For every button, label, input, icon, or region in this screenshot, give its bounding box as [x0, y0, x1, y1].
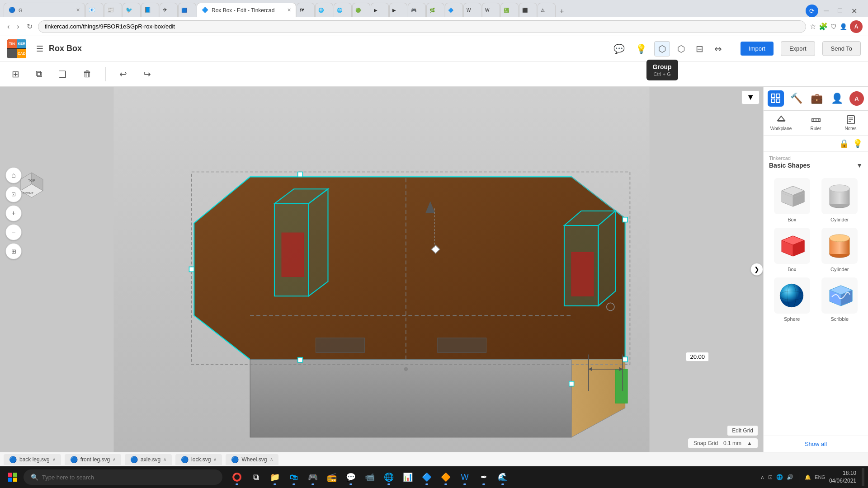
zoom-in-button[interactable]: + — [5, 205, 22, 221]
new-tool[interactable]: ⊞ — [7, 67, 24, 81]
back-button[interactable]: ‹ — [5, 21, 11, 33]
shape-sphere[interactable]: Sphere — [771, 277, 813, 322]
tray-arrow[interactable]: ∧ — [760, 474, 764, 480]
profile-sync[interactable]: ⟳ — [806, 5, 818, 17]
show-all-button[interactable]: Show all — [764, 436, 868, 452]
open-file-2[interactable]: 🔵 front leg.svg ∧ — [65, 454, 121, 465]
restore-button[interactable]: □ — [834, 5, 846, 17]
delete-tool[interactable]: 🗑 — [78, 67, 96, 81]
shape-cylinder-orange[interactable]: Cylinder — [819, 228, 861, 272]
taskbar-edge[interactable]: 🌊 — [494, 468, 512, 486]
browser-tab-cb[interactable]: 💹 — [500, 3, 519, 17]
taskbar-excel[interactable]: 📊 — [399, 468, 417, 486]
viewport[interactable]: TOP FRONT ⌂ ⊡ + − ⊞ ▼ 20.00 — [0, 87, 763, 452]
browser-tab-2[interactable]: 📧 — [85, 3, 104, 17]
taskbar-search-input[interactable] — [42, 474, 215, 481]
show-desktop-button[interactable] — [862, 468, 864, 486]
start-button[interactable] — [4, 468, 22, 486]
home-button[interactable]: ⌂ — [5, 167, 22, 183]
duplicate-tool[interactable]: ❏ — [54, 67, 71, 81]
taskbar-store[interactable]: 🛍 — [285, 468, 303, 486]
add-person-button[interactable]: 👤 — [829, 91, 845, 106]
open-file-5[interactable]: 🔵 Wheel.svg ∧ — [226, 454, 278, 465]
browser-tab-1[interactable]: 🔵 G ✕ — [4, 3, 85, 17]
browser-tab-3[interactable]: 📰 — [104, 3, 122, 17]
open-file-1[interactable]: 🔵 back leg.svg ∧ — [4, 454, 61, 465]
profile-avatar[interactable]: A — [850, 20, 863, 33]
taskbar-inkscape[interactable]: ✒ — [475, 468, 493, 486]
taskbar-app6[interactable]: 📻 — [323, 468, 341, 486]
browser-tab-w[interactable]: 🌿 — [426, 3, 444, 17]
browser-tab-11[interactable]: 🌐 — [334, 3, 352, 17]
browser-tab-active[interactable]: 🔷 Rox Box - Edit - Tinkercad ✕ — [197, 3, 296, 17]
browser-tab-5[interactable]: 📘 — [141, 3, 159, 17]
edit-grid-button[interactable]: Edit Grid — [727, 426, 758, 436]
browser-tab-6[interactable]: ✈ — [160, 3, 178, 17]
grid-button[interactable]: ⊞ — [5, 243, 22, 259]
browser-tab-chrome[interactable]: 🟢 — [352, 3, 370, 17]
tinkercad-logo[interactable]: TIN KER CAD — [7, 39, 26, 58]
browser-tab-3d[interactable]: 🔷 — [445, 3, 463, 17]
taskbar-slack[interactable]: 💬 — [342, 468, 360, 486]
open-file-3[interactable]: 🔵 axle.svg ∧ — [125, 454, 172, 465]
taskbar-blender[interactable]: 🔶 — [437, 468, 455, 486]
browser-tab-9[interactable]: 🗺 — [297, 3, 315, 17]
taskbar-steam[interactable]: 🎮 — [304, 468, 322, 486]
browser-tab-10[interactable]: 🌐 — [315, 3, 333, 17]
viewport-dropdown[interactable]: ▼ — [741, 90, 760, 104]
minimize-button[interactable]: ─ — [820, 5, 832, 17]
shape-box-gray[interactable]: Box — [771, 178, 813, 222]
browser-tab-wp2[interactable]: W — [482, 3, 500, 17]
ruler-button[interactable]: 🔨 — [788, 91, 804, 106]
taskbar-cortana[interactable]: ⭕ — [228, 468, 246, 486]
zoom-out-button[interactable]: − — [5, 224, 22, 240]
shapes-dropdown-button[interactable]: ▼ — [856, 162, 863, 169]
extensions-button[interactable]: 🧩 — [819, 22, 828, 31]
send-to-button[interactable]: Send To — [822, 41, 861, 56]
taskbar-fusion[interactable]: 🔷 — [418, 468, 436, 486]
fit-button[interactable]: ⊡ — [5, 186, 22, 202]
redo-tool[interactable]: ↪ — [139, 67, 156, 81]
workplane-tab[interactable]: Workplane — [764, 111, 798, 136]
shape-scribble[interactable]: Scribble — [819, 277, 861, 322]
tray-network[interactable]: 🌐 — [776, 474, 783, 480]
browser-tab-t[interactable]: ⚠ — [538, 3, 556, 17]
menu-icon[interactable]: ☰ — [36, 44, 43, 54]
mirror-tool[interactable]: ⇔ — [711, 42, 726, 56]
browser-tab-ms[interactable]: ⬛ — [519, 3, 537, 17]
align-tool[interactable]: ⊟ — [692, 42, 707, 56]
browser-tab-yt[interactable]: ▶ — [371, 3, 389, 17]
import-button[interactable]: Import — [741, 42, 774, 56]
lock-icon[interactable]: 🔒 — [839, 139, 849, 149]
refresh-button[interactable]: ↻ — [25, 20, 34, 33]
taskbar-explorer[interactable]: 📁 — [266, 468, 284, 486]
browser-tab-4[interactable]: 🐦 — [123, 3, 141, 17]
taskbar-taskview[interactable]: ⧉ — [247, 468, 265, 486]
tab-close-active[interactable]: ✕ — [287, 7, 291, 13]
copy-tool[interactable]: ⧉ — [31, 67, 47, 81]
tab-close-1[interactable]: ✕ — [76, 7, 80, 13]
taskbar-chrome[interactable]: 🌐 — [380, 468, 398, 486]
chevron-right-button[interactable]: ❯ — [750, 263, 763, 276]
annotation-tool[interactable]: 💬 — [610, 42, 628, 56]
export-button[interactable]: Export — [781, 41, 815, 56]
ungroup-tool[interactable]: ⬡ — [674, 42, 689, 56]
shape-box-red[interactable]: Box — [771, 228, 813, 272]
ruler-tab[interactable]: Ruler — [798, 111, 833, 136]
shape-cylinder-gray[interactable]: Cylinder — [819, 178, 861, 222]
taskbar-word[interactable]: W — [456, 468, 474, 486]
browser-tab-v[interactable]: 🎮 — [408, 3, 426, 17]
notes-tab[interactable]: Notes — [833, 111, 868, 136]
group-tool[interactable]: ⬡ Group Ctrl + G — [654, 41, 670, 56]
browser-tab-yt2[interactable]: ▶ — [389, 3, 407, 17]
profile-button[interactable]: 👤 — [840, 23, 847, 30]
browser-tab-wp[interactable]: W — [463, 3, 481, 17]
open-file-4[interactable]: 🔵 lock.svg ∧ — [175, 454, 222, 465]
panel-profile-avatar[interactable]: A — [849, 91, 864, 106]
tray-volume[interactable]: 🔊 — [787, 474, 793, 480]
workplane-grid-button[interactable] — [768, 90, 784, 107]
address-input[interactable] — [38, 20, 806, 33]
close-button[interactable]: ✕ — [848, 5, 861, 17]
browser-tab-7[interactable]: 🟦 — [178, 3, 196, 17]
new-tab-button[interactable]: + — [556, 5, 567, 17]
